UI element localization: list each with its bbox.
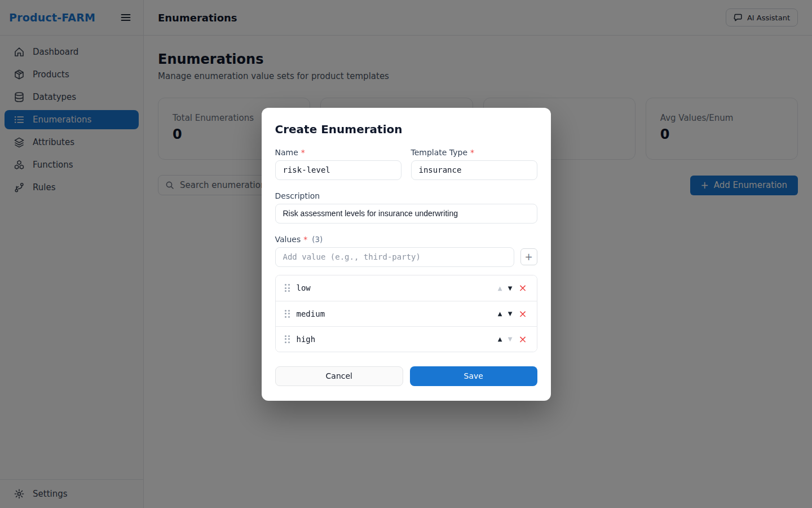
values-list: low ▲ ▼ × medium ▲ ▼ × high ▲ ▼ xyxy=(275,275,537,352)
move-up-button[interactable]: ▲ xyxy=(495,309,505,318)
delete-value-button[interactable]: × xyxy=(518,333,528,345)
modal-title: Create Enumeration xyxy=(275,122,537,136)
move-up-button[interactable]: ▲ xyxy=(495,335,505,343)
values-count: (3) xyxy=(312,235,323,244)
values-label: Values * (3) xyxy=(275,235,537,244)
drag-handle-icon[interactable] xyxy=(285,284,290,292)
template-type-input[interactable] xyxy=(411,160,537,180)
drag-handle-icon[interactable] xyxy=(285,335,290,343)
move-up-button[interactable]: ▲ xyxy=(495,284,505,292)
name-field-group: Name * xyxy=(275,148,401,180)
move-down-button[interactable]: ▼ xyxy=(505,335,515,343)
plus-icon: + xyxy=(524,252,532,262)
description-field-group: Description xyxy=(275,191,537,224)
add-value-row: + xyxy=(275,247,537,267)
value-row-low: low ▲ ▼ × xyxy=(276,275,537,301)
description-label: Description xyxy=(275,191,537,200)
template-type-field-group: Template Type * xyxy=(411,148,537,180)
value-text: low xyxy=(297,283,495,292)
add-value-input[interactable] xyxy=(275,247,514,267)
name-input[interactable] xyxy=(275,160,401,180)
delete-value-button[interactable]: × xyxy=(518,282,528,294)
template-type-label: Template Type * xyxy=(411,148,537,157)
value-text: medium xyxy=(297,309,495,318)
modal-actions: Cancel Save xyxy=(275,366,537,386)
value-row-high: high ▲ ▼ × xyxy=(276,326,537,352)
name-label: Name * xyxy=(275,148,401,157)
move-down-button[interactable]: ▼ xyxy=(505,309,515,318)
drag-handle-icon[interactable] xyxy=(285,310,290,318)
delete-value-button[interactable]: × xyxy=(518,308,528,320)
values-field-group: Values * (3) + low ▲ ▼ × xyxy=(275,235,537,352)
description-input[interactable] xyxy=(275,204,537,224)
create-enumeration-modal: Create Enumeration Name * Template Type … xyxy=(262,108,551,401)
value-row-medium: medium ▲ ▼ × xyxy=(276,301,537,326)
required-asterisk: * xyxy=(303,235,307,244)
value-text: high xyxy=(297,335,495,344)
save-button[interactable]: Save xyxy=(410,366,537,386)
move-down-button[interactable]: ▼ xyxy=(505,284,515,292)
add-value-button[interactable]: + xyxy=(520,248,537,265)
required-asterisk: * xyxy=(470,148,474,157)
cancel-button[interactable]: Cancel xyxy=(275,366,404,386)
required-asterisk: * xyxy=(301,148,305,157)
